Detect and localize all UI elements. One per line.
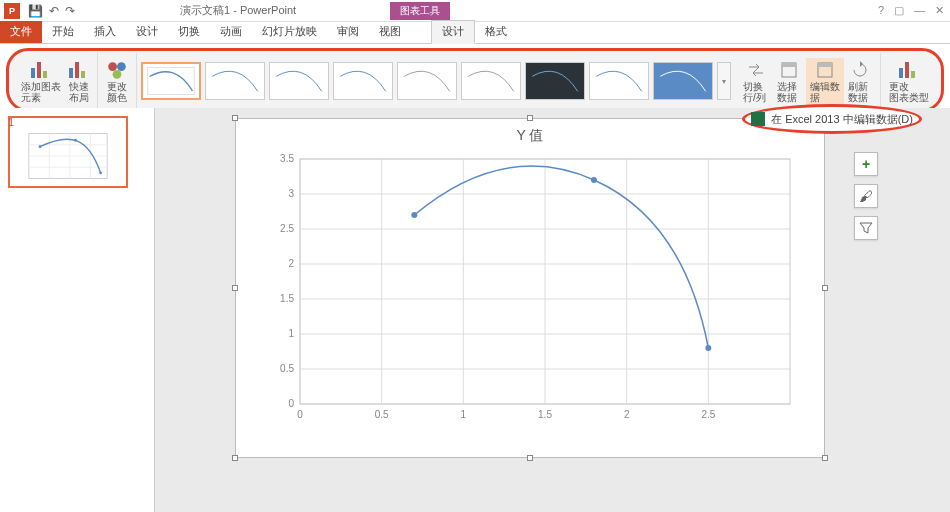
svg-text:3.5: 3.5 (280, 153, 294, 164)
resize-handle-br[interactable] (822, 455, 828, 461)
chart-style-6[interactable] (461, 62, 521, 100)
svg-text:1: 1 (461, 409, 467, 420)
chart-plot-area[interactable]: 00.511.522.533.500.511.522.5 (260, 149, 800, 429)
resize-handle-bm[interactable] (527, 455, 533, 461)
tab-file[interactable]: 文件 (0, 21, 42, 43)
svg-point-15 (39, 145, 42, 148)
chart-title[interactable]: Y 值 (236, 119, 824, 149)
tab-insert[interactable]: 插入 (84, 21, 126, 43)
chart-style-3[interactable] (269, 62, 329, 100)
chart-filters-button[interactable] (854, 216, 878, 240)
add-chart-element-label: 添加图表 元素 (21, 81, 61, 103)
svg-text:0: 0 (297, 409, 303, 420)
resize-handle-ml[interactable] (232, 285, 238, 291)
resize-handle-tl[interactable] (232, 115, 238, 121)
svg-rect-3 (148, 68, 195, 95)
chart-styles-button[interactable]: 🖌 (854, 184, 878, 208)
refresh-data-button[interactable]: 刷新数据 (844, 58, 876, 105)
slide-editor: Y 值 00.511.522.533.500.511.522.5 (155, 108, 950, 512)
tab-chart-design[interactable]: 设计 (431, 20, 475, 44)
svg-text:1.5: 1.5 (538, 409, 552, 420)
change-colors-button[interactable]: 更改 颜色 (102, 58, 132, 105)
edit-in-excel-callout: 在 Excel 2013 中编辑数据(D) (742, 104, 922, 134)
save-icon[interactable]: 💾 (28, 4, 43, 18)
svg-text:3: 3 (288, 188, 294, 199)
add-chart-element-button[interactable]: 添加图表 元素 (17, 58, 65, 105)
svg-point-16 (74, 139, 77, 142)
help-icon[interactable]: ? (878, 4, 884, 17)
tab-animations[interactable]: 动画 (210, 21, 252, 43)
ribbon: 添加图表 元素 快速布局 更改 颜色 ▾ (13, 53, 937, 109)
svg-text:1: 1 (288, 328, 294, 339)
change-chart-type-button[interactable]: 更改 图表类型 (885, 58, 933, 105)
chart-style-9[interactable] (653, 62, 713, 100)
svg-text:2.5: 2.5 (701, 409, 715, 420)
edit-data-button[interactable]: 编辑数 据 (806, 58, 844, 105)
chart-style-4[interactable] (333, 62, 393, 100)
edit-data-label: 编辑数 据 (810, 81, 840, 103)
svg-point-0 (108, 62, 117, 71)
change-colors-label: 更改 颜色 (107, 81, 127, 103)
quick-layout-button[interactable]: 快速布局 (65, 58, 93, 105)
chart-style-1[interactable] (141, 62, 201, 100)
chart-style-5[interactable] (397, 62, 457, 100)
chart-styles-more-button[interactable]: ▾ (717, 62, 731, 100)
ribbon-highlight: 添加图表 元素 快速布局 更改 颜色 ▾ (6, 48, 944, 112)
chart-style-7[interactable] (525, 62, 585, 100)
slide-number: 1 (8, 116, 14, 128)
resize-handle-mr[interactable] (822, 285, 828, 291)
tab-home[interactable]: 开始 (42, 21, 84, 43)
group-chart-layout: 添加图表 元素 快速布局 (13, 53, 98, 109)
excel-icon (751, 112, 765, 126)
svg-rect-5 (782, 63, 796, 67)
chart-object[interactable]: Y 值 00.511.522.533.500.511.522.5 (235, 118, 825, 458)
tab-design[interactable]: 设计 (126, 21, 168, 43)
change-chart-type-label: 更改 图表类型 (889, 81, 929, 103)
svg-point-48 (591, 177, 597, 183)
tab-transitions[interactable]: 切换 (168, 21, 210, 43)
chart-style-2[interactable] (205, 62, 265, 100)
refresh-data-label: 刷新数据 (848, 81, 872, 103)
svg-text:0: 0 (288, 398, 294, 409)
tab-chart-format[interactable]: 格式 (475, 21, 517, 43)
chart-side-tools: + 🖌 (854, 152, 878, 240)
chart-styles-gallery: ▾ (137, 53, 735, 109)
undo-icon[interactable]: ↶ (49, 4, 59, 18)
ribbon-options-icon[interactable]: ▢ (894, 4, 904, 17)
group-change-colors: 更改 颜色 (98, 53, 137, 109)
edit-in-excel-label: 在 Excel 2013 中编辑数据(D) (771, 112, 913, 127)
slide-panel: 1 (0, 108, 155, 512)
svg-rect-7 (818, 63, 832, 67)
context-tab-group-label: 图表工具 (390, 2, 450, 20)
chart-style-8[interactable] (589, 62, 649, 100)
svg-point-2 (113, 69, 122, 78)
chart-elements-button[interactable]: + (854, 152, 878, 176)
svg-point-1 (117, 62, 126, 71)
tab-review[interactable]: 审阅 (327, 21, 369, 43)
svg-point-47 (411, 212, 417, 218)
select-data-button[interactable]: 选择数据 (773, 58, 805, 105)
switch-row-column-label: 切换行/列 (743, 81, 769, 103)
tab-view[interactable]: 视图 (369, 21, 411, 43)
tab-slideshow[interactable]: 幻灯片放映 (252, 21, 327, 43)
redo-icon[interactable]: ↷ (65, 4, 75, 18)
title-bar: P 💾 ↶ ↷ 演示文稿1 - PowerPoint 图表工具 ? ▢ — ✕ (0, 0, 950, 22)
group-data: 切换行/列 选择数据 编辑数 据 刷新数据 (735, 53, 881, 109)
svg-text:2: 2 (624, 409, 630, 420)
svg-text:2: 2 (288, 258, 294, 269)
close-icon[interactable]: ✕ (935, 4, 944, 17)
ribbon-tabs: 文件 开始 插入 设计 切换 动画 幻灯片放映 审阅 视图 设计 格式 (0, 22, 950, 44)
svg-point-17 (99, 171, 102, 174)
slide-thumbnail-1[interactable] (8, 116, 128, 188)
document-title: 演示文稿1 - PowerPoint (180, 3, 296, 18)
svg-point-49 (705, 345, 711, 351)
svg-text:0.5: 0.5 (375, 409, 389, 420)
minimize-icon[interactable]: — (914, 4, 925, 17)
edit-in-excel-menu-item[interactable]: 在 Excel 2013 中编辑数据(D) (751, 112, 913, 127)
switch-row-column-button[interactable]: 切换行/列 (739, 58, 773, 105)
resize-handle-bl[interactable] (232, 455, 238, 461)
chart-svg: 00.511.522.533.500.511.522.5 (260, 149, 800, 429)
select-data-label: 选择数据 (777, 81, 801, 103)
resize-handle-tm[interactable] (527, 115, 533, 121)
svg-text:1.5: 1.5 (280, 293, 294, 304)
